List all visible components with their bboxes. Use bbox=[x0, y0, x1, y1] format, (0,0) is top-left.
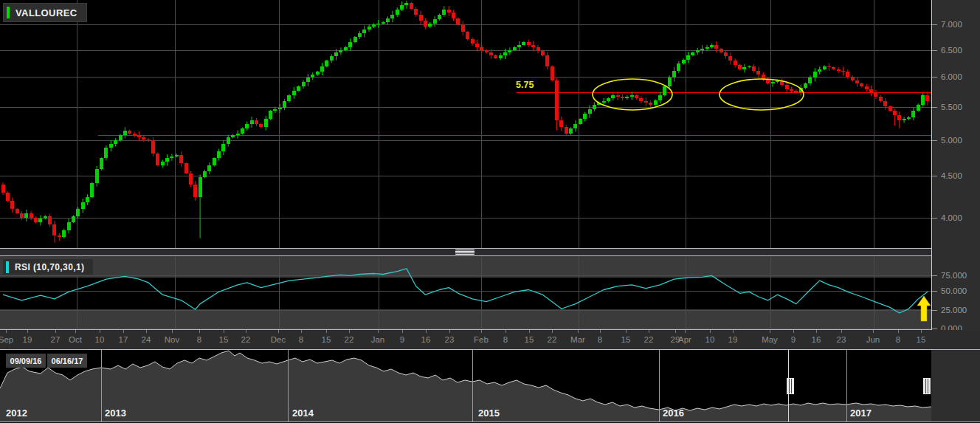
candle-body bbox=[813, 72, 817, 78]
time-tick bbox=[75, 330, 76, 333]
candle-body bbox=[86, 197, 89, 203]
candle-body bbox=[771, 82, 775, 83]
price-axis-label: 4.500 bbox=[941, 171, 962, 180]
candlestick-chart[interactable]: 5.75 bbox=[0, 0, 931, 248]
candle-body bbox=[255, 120, 258, 123]
time-tick bbox=[449, 330, 450, 333]
history-navigator[interactable]: 09/09/16 06/16/17 2012201320142015201620… bbox=[0, 350, 980, 422]
candle-body bbox=[306, 78, 310, 82]
candle-body bbox=[147, 140, 151, 141]
candle-body bbox=[438, 15, 441, 20]
candle-body bbox=[334, 52, 338, 56]
time-axis-label: 15 bbox=[322, 335, 331, 344]
candle-body bbox=[513, 47, 517, 50]
candle-body bbox=[58, 235, 61, 237]
candle-body bbox=[278, 108, 282, 109]
candle-body bbox=[207, 165, 211, 171]
candle-body bbox=[569, 128, 573, 134]
candle-body bbox=[410, 3, 413, 9]
price-scale-axis[interactable]: 7.0006.5006.0005.5005.0004.5004.00075.00… bbox=[931, 0, 980, 330]
time-tick bbox=[349, 330, 350, 333]
candle-body bbox=[714, 45, 718, 49]
candle-body bbox=[133, 134, 137, 135]
price-chart-panel[interactable]: 5.75 VALLOUREC bbox=[0, 0, 980, 249]
candle-body bbox=[6, 193, 10, 201]
time-tick bbox=[426, 330, 427, 333]
candle-body bbox=[269, 111, 272, 119]
candle-body bbox=[227, 137, 230, 144]
candle-body bbox=[456, 18, 460, 24]
candle-body bbox=[24, 213, 28, 218]
candle-body bbox=[396, 10, 399, 14]
candle-body bbox=[921, 95, 925, 104]
splitter-grip-icon[interactable] bbox=[455, 250, 475, 255]
year-label: 2013 bbox=[105, 407, 126, 419]
rsi-oversold-zone bbox=[0, 309, 931, 329]
rsi-line-chart[interactable] bbox=[0, 256, 931, 329]
candle-body bbox=[593, 105, 596, 109]
instrument-title-box: VALLOUREC bbox=[3, 3, 87, 22]
time-tick bbox=[224, 330, 224, 333]
candle-body bbox=[616, 95, 620, 97]
candle-body bbox=[81, 202, 85, 209]
panel-splitter[interactable] bbox=[0, 249, 980, 256]
candle-body bbox=[724, 52, 728, 56]
time-axis-label: 15 bbox=[219, 335, 229, 344]
price-axis-label-tick bbox=[932, 176, 937, 176]
time-tick bbox=[378, 330, 379, 333]
candle-body bbox=[330, 56, 334, 61]
candle-body bbox=[442, 10, 446, 14]
candle-body bbox=[76, 209, 80, 216]
candle-body bbox=[686, 55, 690, 60]
candle-body bbox=[874, 92, 877, 97]
selection-handle-left[interactable] bbox=[787, 378, 794, 394]
candle-body bbox=[480, 47, 483, 50]
navigator-area-chart[interactable] bbox=[0, 350, 931, 422]
time-tick bbox=[578, 330, 579, 333]
candle-body bbox=[339, 50, 342, 53]
candle-body bbox=[165, 158, 169, 162]
selection-handle-right[interactable] bbox=[923, 378, 931, 394]
candle-body bbox=[119, 135, 122, 140]
price-axis-label-tick bbox=[932, 50, 937, 51]
range-start-badge[interactable]: 09/09/16 bbox=[6, 354, 46, 368]
candle-body bbox=[705, 47, 709, 49]
candle-body bbox=[583, 114, 587, 119]
rsi-indicator-panel[interactable]: RSI (10,70,30,1) bbox=[0, 256, 980, 330]
time-axis-label: Jan bbox=[371, 335, 385, 344]
time-tick bbox=[710, 330, 711, 333]
time-tick bbox=[123, 330, 124, 333]
time-axis-label: Feb bbox=[474, 335, 489, 344]
candle-body bbox=[517, 45, 521, 48]
time-tick bbox=[301, 330, 302, 333]
candle-body bbox=[90, 183, 94, 196]
candle-body bbox=[485, 50, 489, 53]
candle-body bbox=[911, 111, 915, 117]
candle-body bbox=[925, 95, 929, 101]
candle-body bbox=[536, 47, 540, 51]
candle-body bbox=[837, 69, 841, 71]
candle-body bbox=[573, 124, 577, 128]
price-axis-label: 6.000 bbox=[941, 72, 962, 81]
time-tick bbox=[402, 330, 403, 333]
time-axis-label: 23 bbox=[837, 335, 846, 344]
candle-body bbox=[203, 171, 207, 177]
candle-body bbox=[649, 103, 652, 105]
candle-body bbox=[696, 50, 700, 53]
price-axis-label-tick bbox=[932, 218, 937, 219]
range-end-badge[interactable]: 06/16/17 bbox=[47, 354, 87, 368]
candle-body bbox=[34, 218, 38, 222]
candle-body bbox=[466, 32, 469, 39]
price-axis-label-tick bbox=[932, 24, 937, 25]
candle-body bbox=[527, 42, 531, 45]
candle-body bbox=[818, 69, 821, 72]
candle-body bbox=[860, 83, 863, 86]
candle-body bbox=[790, 89, 793, 91]
ellipse-annotation[interactable] bbox=[720, 79, 804, 110]
candle-body bbox=[682, 60, 686, 63]
time-axis[interactable]: Sep1927Oct101724Nov81522Dec81522Jan91623… bbox=[0, 330, 980, 350]
candle-body bbox=[827, 66, 831, 68]
candle-body bbox=[1, 185, 5, 193]
candle-body bbox=[302, 82, 306, 86]
trading-platform-window: 5.75 VALLOUREC RSI (10,70,30,1) 7.0006.5… bbox=[0, 0, 980, 423]
